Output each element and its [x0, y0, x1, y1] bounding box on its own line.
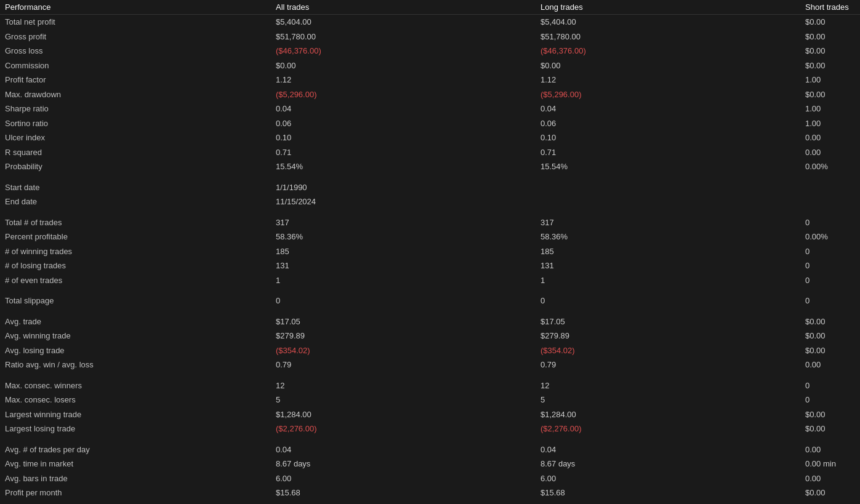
row-long: 0.10: [536, 130, 800, 145]
row-label: End date: [0, 194, 271, 209]
row-all: $51,780.00: [271, 30, 536, 44]
row-all: 11/15/2024: [271, 194, 536, 209]
row-label: Commission: [0, 58, 271, 73]
row-label: Percent profitable: [0, 230, 271, 244]
row-short: 1.00: [800, 116, 860, 131]
row-label: Total # of trades: [0, 215, 271, 230]
table-row: Max. consec. winners12120: [0, 378, 860, 393]
table-row: Max. time to recover3728.00 days3728.00 …: [0, 500, 860, 505]
row-all: 0.10: [271, 130, 536, 145]
row-long: [536, 180, 800, 195]
row-label: Sharpe ratio: [0, 102, 271, 116]
row-label: Avg. winning trade: [0, 329, 271, 343]
row-short: $0.00: [800, 15, 860, 30]
row-short: $0.00: [800, 87, 860, 102]
row-label: Max. drawdown: [0, 87, 271, 102]
row-short: [800, 194, 860, 209]
row-long: 12: [536, 378, 800, 393]
header-long-trades: Long trades: [536, 0, 800, 15]
row-all: $15.68: [271, 486, 536, 500]
row-short: 0.00: [800, 442, 860, 457]
row-all: 12: [271, 378, 536, 393]
row-label: Gross profit: [0, 30, 271, 44]
table-row: Ratio avg. win / avg. loss0.790.790.00: [0, 358, 860, 372]
row-short: 0.00 min: [800, 457, 860, 471]
row-long: 6.00: [536, 471, 800, 486]
row-short: 0.00%: [800, 159, 860, 174]
table-row: # of even trades110: [0, 273, 860, 288]
row-all: 131: [271, 258, 536, 273]
row-all: 0.79: [271, 358, 536, 372]
table-row: Sortino ratio0.060.061.00: [0, 116, 860, 131]
row-short: $0.00: [800, 44, 860, 58]
row-short: $0.00: [800, 486, 860, 500]
row-long: 1: [536, 273, 800, 288]
table-row: Max. drawdown($5,296.00)($5,296.00)$0.00: [0, 87, 860, 102]
row-long: 0.79: [536, 358, 800, 372]
row-long: $15.68: [536, 486, 800, 500]
row-label: Max. time to recover: [0, 500, 271, 505]
row-long: $51,780.00: [536, 30, 800, 44]
row-all: 5: [271, 393, 536, 407]
row-all: 0: [271, 294, 536, 308]
row-long: 15.54%: [536, 159, 800, 174]
row-long: $279.89: [536, 329, 800, 343]
row-all: ($2,276.00): [271, 422, 536, 436]
row-short: 0: [800, 378, 860, 393]
row-short: $0.00: [800, 30, 860, 44]
row-short: 0: [800, 215, 860, 230]
row-long: 0.71: [536, 145, 800, 160]
row-long: $0.00: [536, 58, 800, 73]
performance-table: Performance All trades Long trades Short…: [0, 0, 860, 504]
row-long: ($46,376.00): [536, 44, 800, 58]
row-short: 1.00: [800, 102, 860, 116]
row-all: $0.00: [271, 58, 536, 73]
table-row: Max. consec. losers550: [0, 393, 860, 407]
row-short: 1.00: [800, 73, 860, 87]
row-long: 0.04: [536, 442, 800, 457]
row-all: ($5,296.00): [271, 87, 536, 102]
row-all: 1/1/1990: [271, 180, 536, 195]
row-all: 1.12: [271, 73, 536, 87]
table-row: Avg. # of trades per day0.040.040.00: [0, 442, 860, 457]
row-short: 0.00 days: [800, 500, 860, 505]
table-row: Gross profit$51,780.00$51,780.00$0.00: [0, 30, 860, 44]
table-row: Total net profit$5,404.00$5,404.00$0.00: [0, 15, 860, 30]
row-all: ($46,376.00): [271, 44, 536, 58]
table-row: R squared0.710.710.00: [0, 145, 860, 160]
row-short: $0.00: [800, 314, 860, 329]
table-row: Total slippage000: [0, 294, 860, 308]
table-row: # of losing trades1311310: [0, 258, 860, 273]
row-short: $0.00: [800, 58, 860, 73]
row-label: Profit factor: [0, 73, 271, 87]
row-label: R squared: [0, 145, 271, 160]
row-short: 0.00: [800, 145, 860, 160]
table-row: Commission$0.00$0.00$0.00: [0, 58, 860, 73]
row-label: Avg. bars in trade: [0, 471, 271, 486]
row-label: Gross loss: [0, 44, 271, 58]
table-row: Avg. losing trade($354.02)($354.02)$0.00: [0, 343, 860, 358]
row-long: 317: [536, 215, 800, 230]
row-long: 3728.00 days: [536, 500, 800, 505]
table-row: Percent profitable58.36%58.36%0.00%: [0, 230, 860, 244]
row-long: 58.36%: [536, 230, 800, 244]
row-long: ($354.02): [536, 343, 800, 358]
row-all: $17.05: [271, 314, 536, 329]
row-label: Avg. losing trade: [0, 343, 271, 358]
row-short: $0.00: [800, 407, 860, 422]
row-label: Largest losing trade: [0, 422, 271, 436]
row-long: $1,284.00: [536, 407, 800, 422]
row-long: $17.05: [536, 314, 800, 329]
row-all: 0.06: [271, 116, 536, 131]
table-row: Profit factor1.121.121.00: [0, 73, 860, 87]
row-short: 0: [800, 244, 860, 259]
row-all: 317: [271, 215, 536, 230]
row-short: 0: [800, 393, 860, 407]
header-short-trades: Short trades: [800, 0, 860, 15]
row-label: # of losing trades: [0, 258, 271, 273]
row-label: Avg. trade: [0, 314, 271, 329]
table-row: Avg. trade$17.05$17.05$0.00: [0, 314, 860, 329]
row-all: 1: [271, 273, 536, 288]
table-row: Ulcer index0.100.100.00: [0, 130, 860, 145]
row-long: 8.67 days: [536, 457, 800, 471]
